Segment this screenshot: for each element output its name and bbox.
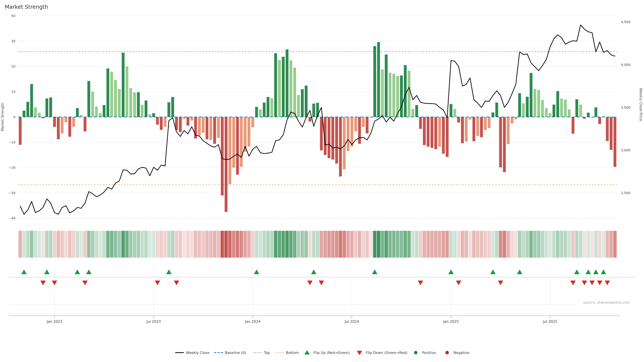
dot-swatch <box>414 351 418 355</box>
heatmap-cell <box>45 231 48 258</box>
dot-swatch <box>446 351 449 355</box>
strength-bar <box>465 117 468 141</box>
strength-bar <box>347 117 350 151</box>
strength-bar <box>57 117 60 139</box>
heatmap-cell <box>446 231 449 258</box>
heatmap-cell <box>300 231 304 258</box>
strength-bar <box>88 81 90 117</box>
strength-bar <box>427 117 430 147</box>
strength-bar <box>110 72 113 117</box>
heatmap-cell <box>156 231 159 258</box>
flip-up-icon <box>44 270 50 274</box>
strength-bar <box>286 49 288 117</box>
legend-item-flip-down-green-red[interactable]: Flip Down (Green→Red) <box>357 351 407 355</box>
weekly-close-line <box>20 25 615 214</box>
strength-bar <box>72 117 75 127</box>
heatmap-cell <box>209 231 212 258</box>
heatmap-cell <box>140 231 144 258</box>
heatmap-cell <box>411 231 414 258</box>
legend-item-weekly-close[interactable]: Weekly Close <box>175 351 210 355</box>
heatmap-cell <box>415 231 418 258</box>
strength-bar <box>507 117 510 144</box>
heatmap-cell <box>491 231 494 258</box>
strength-bar <box>30 84 33 117</box>
strength-bar <box>385 54 388 117</box>
heatmap-cell <box>171 231 174 258</box>
heatmap-cell <box>610 231 613 258</box>
heatmap-cell <box>373 231 376 258</box>
heatmap-cell <box>384 231 388 258</box>
heatmap-cell <box>178 231 182 258</box>
heatmap-cell <box>339 231 342 258</box>
strength-bar <box>438 117 441 147</box>
heatmap-cell <box>495 231 498 258</box>
heatmap-cell <box>95 231 98 258</box>
strength-bar <box>312 104 315 117</box>
strength-bar <box>476 117 479 136</box>
strength-bar <box>263 103 266 117</box>
strength-bar <box>305 86 308 117</box>
strength-bar <box>156 117 159 124</box>
flip-up-icon <box>574 270 580 274</box>
heatmap-cell <box>422 231 426 258</box>
flip-down-icon <box>155 281 160 285</box>
heatmap-cell <box>468 231 472 258</box>
left-axis-tick-label: −30 <box>8 191 16 195</box>
strength-bar <box>68 117 71 137</box>
legend-item-bottom[interactable]: Bottom <box>275 351 299 355</box>
legend-item-positive[interactable]: Positive <box>414 351 436 355</box>
legend-item-label: Flip Down (Green→Red) <box>366 351 407 355</box>
strength-bar <box>164 117 166 127</box>
heatmap-cell <box>258 231 262 258</box>
strength-bar <box>38 113 41 117</box>
heatmap-cell <box>346 231 350 258</box>
strength-bar <box>308 117 312 121</box>
legend-item-label: Top <box>264 351 270 355</box>
flip-down-icon <box>498 281 503 285</box>
legend-item-negative[interactable]: Negative <box>446 351 470 355</box>
strength-bar <box>568 109 570 117</box>
legend-item-label: Flip Up (Red→Green) <box>314 351 350 355</box>
heatmap-cell <box>72 231 75 258</box>
heatmap-cell <box>404 231 407 258</box>
legend-item-flip-up-red-green[interactable]: Flip Up (Red→Green) <box>304 350 350 355</box>
right-axis-tick-label: 2,500 <box>621 191 630 195</box>
strength-bar <box>610 117 613 150</box>
strength-bar <box>350 117 353 147</box>
strength-bar <box>126 66 128 117</box>
strength-bar <box>186 117 189 125</box>
strength-bar <box>137 92 140 117</box>
strength-bar <box>415 105 418 117</box>
legend-item-baseline-0[interactable]: Baseline (0) <box>214 351 246 355</box>
strength-bar <box>160 117 163 130</box>
heatmap-cell <box>278 231 281 258</box>
heatmap-cell <box>487 231 491 258</box>
heatmap-cell <box>583 231 586 258</box>
strength-bar <box>190 117 193 120</box>
legend-item-top[interactable]: Top <box>253 351 270 355</box>
heatmap-cell <box>202 231 205 258</box>
heatmap-cell <box>304 231 308 258</box>
strength-bar <box>202 117 204 133</box>
strength-bar <box>496 103 498 117</box>
strength-bar <box>396 76 399 117</box>
flip-down-icon <box>418 281 423 285</box>
strength-bar <box>510 117 513 123</box>
flip-up-markers <box>21 270 606 274</box>
strength-bar <box>23 111 26 117</box>
flip-down-icon <box>307 281 312 285</box>
page-title: Market Strength <box>5 4 48 10</box>
heatmap-cell <box>80 231 83 258</box>
strength-bar <box>492 112 494 117</box>
heatmap-cell <box>182 231 186 258</box>
heatmap-cell <box>522 231 525 258</box>
heatmap-cell <box>606 231 609 258</box>
left-axis-tick-label: −10 <box>8 140 16 144</box>
heatmap-cell <box>38 231 41 258</box>
flip-up-icon <box>166 270 172 274</box>
strength-bar <box>293 68 296 117</box>
strength-bar <box>213 117 216 144</box>
flip-up-icon <box>75 270 80 274</box>
heatmap-cell <box>400 231 403 258</box>
strength-bar <box>106 68 109 117</box>
